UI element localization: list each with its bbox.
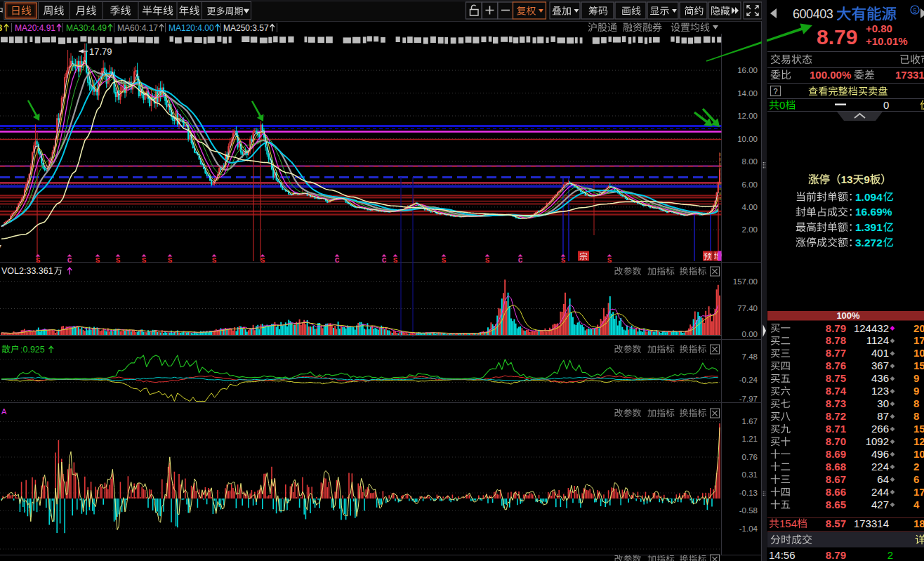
svg-text:18: 18 xyxy=(913,517,924,529)
svg-text:8.67: 8.67 xyxy=(826,473,846,485)
svg-text:8.79: 8.79 xyxy=(826,549,846,561)
svg-text:0: 0 xyxy=(779,99,785,111)
svg-text:8.00: 8.00 xyxy=(742,157,758,166)
svg-text:8.75: 8.75 xyxy=(826,372,846,384)
svg-text:1092: 1092 xyxy=(866,435,889,447)
svg-text:6.00: 6.00 xyxy=(742,180,758,189)
svg-text:-0.13: -0.13 xyxy=(739,489,758,497)
svg-text:8.69: 8.69 xyxy=(826,448,846,460)
svg-text:1.391: 1.391 xyxy=(855,221,883,233)
svg-text:MA120:4.00: MA120:4.00 xyxy=(169,23,214,33)
svg-text:2: 2 xyxy=(913,461,919,473)
svg-text:MA20:4.91: MA20:4.91 xyxy=(15,23,55,33)
svg-text:?: ? xyxy=(773,87,777,95)
svg-text:0: 0 xyxy=(883,99,889,111)
svg-text:1.21: 1.21 xyxy=(742,435,758,443)
svg-text:8.70: 8.70 xyxy=(826,435,846,447)
svg-text:3.272: 3.272 xyxy=(855,237,883,249)
svg-text:4: 4 xyxy=(913,499,920,510)
svg-text:2.00: 2.00 xyxy=(742,225,758,234)
svg-text:173314: 173314 xyxy=(854,517,889,529)
svg-text:8.66: 8.66 xyxy=(826,486,846,498)
svg-text:0.76: 0.76 xyxy=(742,453,758,461)
svg-text:427: 427 xyxy=(871,499,889,510)
svg-text:10: 10 xyxy=(913,448,924,460)
svg-text:154: 154 xyxy=(779,517,797,529)
svg-text:8.77: 8.77 xyxy=(826,347,846,359)
svg-text:-0.58: -0.58 xyxy=(739,506,758,515)
svg-text:17: 17 xyxy=(913,486,924,498)
svg-text:7: 7 xyxy=(0,244,1,252)
svg-text:8.79: 8.79 xyxy=(826,322,846,334)
svg-text:+10.01%: +10.01% xyxy=(866,35,908,47)
svg-text:123: 123 xyxy=(871,385,889,397)
svg-text:4.00: 4.00 xyxy=(742,203,758,211)
svg-text:14:56: 14:56 xyxy=(769,549,796,561)
svg-text:9: 9 xyxy=(913,372,919,384)
svg-text:-1.04: -1.04 xyxy=(739,524,758,533)
svg-text:0.00: 0.00 xyxy=(742,330,758,338)
svg-text:100.00%: 100.00% xyxy=(810,69,851,81)
svg-text:157.00: 157.00 xyxy=(733,277,758,286)
svg-text:367: 367 xyxy=(871,359,889,371)
svg-text:13: 13 xyxy=(841,173,854,185)
svg-text:600403: 600403 xyxy=(793,7,833,21)
svg-text:30: 30 xyxy=(877,397,889,409)
svg-text:77.40: 77.40 xyxy=(737,304,758,312)
svg-text:8.57: 8.57 xyxy=(826,517,846,529)
svg-text:2: 2 xyxy=(887,549,893,561)
svg-text:10: 10 xyxy=(913,347,924,359)
svg-text:8: 8 xyxy=(913,397,919,409)
svg-text:10.00: 10.00 xyxy=(737,135,758,143)
svg-text:64: 64 xyxy=(877,473,889,485)
svg-text:6: 6 xyxy=(913,473,919,485)
svg-text:16.69%: 16.69% xyxy=(855,206,892,218)
svg-text:16.00: 16.00 xyxy=(737,66,758,74)
svg-text:8.71: 8.71 xyxy=(826,423,846,435)
svg-text:-0.24: -0.24 xyxy=(739,376,758,384)
svg-text:MA250:3.57: MA250:3.57 xyxy=(223,23,269,33)
svg-text:15: 15 xyxy=(913,423,924,435)
svg-text:0.31: 0.31 xyxy=(742,470,758,479)
svg-text:8: 8 xyxy=(0,22,2,33)
svg-text:17.79: 17.79 xyxy=(89,46,112,57)
svg-text:1124: 1124 xyxy=(866,334,889,346)
svg-text:1.67: 1.67 xyxy=(742,417,758,425)
svg-text:VOL2:33.361: VOL2:33.361 xyxy=(1,266,53,276)
svg-text:12.00: 12.00 xyxy=(737,112,758,120)
svg-text:14.00: 14.00 xyxy=(737,89,758,98)
svg-text:-7.97: -7.97 xyxy=(739,395,758,403)
svg-text:8.74: 8.74 xyxy=(826,385,847,397)
svg-text:100%: 100% xyxy=(836,310,860,321)
svg-text:8.72: 8.72 xyxy=(826,410,846,422)
svg-text:8.73: 8.73 xyxy=(826,397,846,409)
svg-text:15: 15 xyxy=(913,359,924,371)
svg-text:9: 9 xyxy=(913,385,919,397)
svg-text:9: 9 xyxy=(864,173,870,185)
svg-text:173314: 173314 xyxy=(895,69,924,81)
svg-text:244: 244 xyxy=(871,486,889,498)
svg-text:8.79: 8.79 xyxy=(817,25,857,48)
svg-text:8.76: 8.76 xyxy=(826,359,846,371)
svg-text:17: 17 xyxy=(913,334,924,346)
svg-text:5: 5 xyxy=(913,7,916,14)
svg-text:+0.80: +0.80 xyxy=(866,22,892,34)
svg-text:224: 224 xyxy=(871,461,889,473)
svg-text:436: 436 xyxy=(871,372,889,384)
svg-text:12: 12 xyxy=(913,435,924,447)
svg-text:401: 401 xyxy=(871,347,889,359)
svg-text:A: A xyxy=(1,407,7,416)
svg-text:87: 87 xyxy=(877,410,889,422)
svg-text:266: 266 xyxy=(871,423,889,435)
svg-text:MA30:4.49: MA30:4.49 xyxy=(66,23,107,33)
svg-text:7.48: 7.48 xyxy=(742,352,758,361)
svg-text::0.925: :0.925 xyxy=(20,345,45,355)
svg-text:8.68: 8.68 xyxy=(826,461,846,473)
svg-text:8.78: 8.78 xyxy=(826,334,846,346)
svg-text:1.094: 1.094 xyxy=(855,191,883,203)
svg-text:20: 20 xyxy=(913,322,924,334)
svg-text:8: 8 xyxy=(913,410,919,422)
svg-text:496: 496 xyxy=(871,448,889,460)
svg-text:MA60:4.17: MA60:4.17 xyxy=(117,23,158,33)
svg-text:124432: 124432 xyxy=(854,322,889,334)
